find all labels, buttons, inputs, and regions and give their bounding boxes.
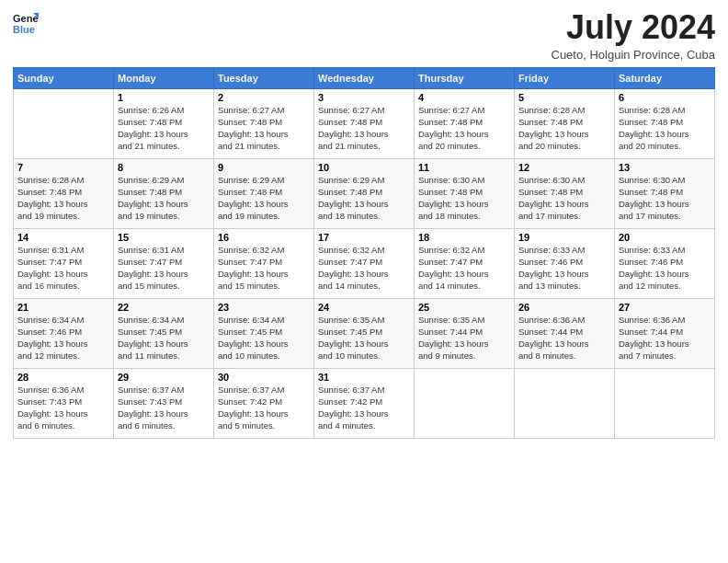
- day-number: 15: [118, 232, 210, 243]
- day-info: Sunrise: 6:37 AM Sunset: 7:43 PM Dayligh…: [118, 384, 210, 432]
- table-row: [515, 368, 615, 438]
- day-number: 19: [518, 232, 610, 243]
- svg-text:Blue: Blue: [13, 24, 35, 35]
- col-wednesday: Wednesday: [314, 67, 415, 88]
- table-row: [415, 368, 515, 438]
- day-info: Sunrise: 6:28 AM Sunset: 7:48 PM Dayligh…: [17, 174, 109, 223]
- day-info: Sunrise: 6:27 AM Sunset: 7:48 PM Dayligh…: [318, 104, 410, 153]
- table-row: 13Sunrise: 6:30 AM Sunset: 7:48 PM Dayli…: [615, 158, 715, 228]
- day-number: 23: [218, 302, 310, 313]
- day-number: 30: [218, 372, 310, 383]
- col-tuesday: Tuesday: [214, 67, 314, 88]
- table-row: 5Sunrise: 6:28 AM Sunset: 7:48 PM Daylig…: [515, 88, 615, 158]
- table-row: 1Sunrise: 6:26 AM Sunset: 7:48 PM Daylig…: [114, 88, 214, 158]
- day-info: Sunrise: 6:35 AM Sunset: 7:44 PM Dayligh…: [418, 314, 510, 362]
- day-number: 4: [418, 92, 510, 103]
- day-number: 7: [17, 162, 109, 173]
- day-number: 21: [17, 302, 109, 313]
- day-number: 13: [619, 162, 711, 173]
- table-row: 24Sunrise: 6:35 AM Sunset: 7:45 PM Dayli…: [314, 298, 415, 368]
- day-info: Sunrise: 6:34 AM Sunset: 7:45 PM Dayligh…: [218, 314, 310, 362]
- col-sunday: Sunday: [14, 67, 114, 88]
- title-block: July 2024 Cueto, Holguin Province, Cuba: [552, 9, 716, 62]
- table-row: 18Sunrise: 6:32 AM Sunset: 7:47 PM Dayli…: [415, 228, 515, 298]
- day-info: Sunrise: 6:37 AM Sunset: 7:42 PM Dayligh…: [218, 384, 310, 432]
- logo: General Blue: [13, 9, 39, 35]
- day-info: Sunrise: 6:33 AM Sunset: 7:46 PM Dayligh…: [518, 244, 610, 293]
- table-row: 4Sunrise: 6:27 AM Sunset: 7:48 PM Daylig…: [415, 88, 515, 158]
- week-row-3: 14Sunrise: 6:31 AM Sunset: 7:47 PM Dayli…: [14, 228, 715, 298]
- table-row: 6Sunrise: 6:28 AM Sunset: 7:48 PM Daylig…: [615, 88, 715, 158]
- day-number: 22: [118, 302, 210, 313]
- day-number: 16: [218, 232, 310, 243]
- day-info: Sunrise: 6:35 AM Sunset: 7:45 PM Dayligh…: [318, 314, 410, 362]
- week-row-2: 7Sunrise: 6:28 AM Sunset: 7:48 PM Daylig…: [14, 158, 715, 228]
- table-row: 26Sunrise: 6:36 AM Sunset: 7:44 PM Dayli…: [515, 298, 615, 368]
- table-row: 9Sunrise: 6:29 AM Sunset: 7:48 PM Daylig…: [214, 158, 314, 228]
- table-row: 19Sunrise: 6:33 AM Sunset: 7:46 PM Dayli…: [515, 228, 615, 298]
- table-row: 15Sunrise: 6:31 AM Sunset: 7:47 PM Dayli…: [114, 228, 214, 298]
- svg-text:General: General: [13, 13, 39, 24]
- day-info: Sunrise: 6:32 AM Sunset: 7:47 PM Dayligh…: [318, 244, 410, 293]
- day-number: 29: [118, 372, 210, 383]
- table-row: 22Sunrise: 6:34 AM Sunset: 7:45 PM Dayli…: [114, 298, 214, 368]
- table-row: 31Sunrise: 6:37 AM Sunset: 7:42 PM Dayli…: [314, 368, 415, 438]
- subtitle: Cueto, Holguin Province, Cuba: [552, 48, 716, 62]
- day-number: 1: [118, 92, 210, 103]
- day-info: Sunrise: 6:36 AM Sunset: 7:44 PM Dayligh…: [518, 314, 610, 362]
- day-number: 6: [619, 92, 711, 103]
- day-info: Sunrise: 6:30 AM Sunset: 7:48 PM Dayligh…: [518, 174, 610, 223]
- table-row: 7Sunrise: 6:28 AM Sunset: 7:48 PM Daylig…: [14, 158, 114, 228]
- day-number: 27: [619, 302, 711, 313]
- col-friday: Friday: [515, 67, 615, 88]
- day-number: 5: [518, 92, 610, 103]
- table-row: 21Sunrise: 6:34 AM Sunset: 7:46 PM Dayli…: [14, 298, 114, 368]
- day-info: Sunrise: 6:26 AM Sunset: 7:48 PM Dayligh…: [118, 104, 210, 153]
- day-number: 25: [418, 302, 510, 313]
- day-info: Sunrise: 6:27 AM Sunset: 7:48 PM Dayligh…: [418, 104, 510, 153]
- table-row: 8Sunrise: 6:29 AM Sunset: 7:48 PM Daylig…: [114, 158, 214, 228]
- week-row-1: 1Sunrise: 6:26 AM Sunset: 7:48 PM Daylig…: [14, 88, 715, 158]
- day-number: 31: [318, 372, 410, 383]
- day-number: 18: [418, 232, 510, 243]
- day-number: 17: [318, 232, 410, 243]
- table-row: 17Sunrise: 6:32 AM Sunset: 7:47 PM Dayli…: [314, 228, 415, 298]
- table-row: 20Sunrise: 6:33 AM Sunset: 7:46 PM Dayli…: [615, 228, 715, 298]
- day-info: Sunrise: 6:29 AM Sunset: 7:48 PM Dayligh…: [318, 174, 410, 223]
- day-info: Sunrise: 6:37 AM Sunset: 7:42 PM Dayligh…: [318, 384, 410, 432]
- day-info: Sunrise: 6:31 AM Sunset: 7:47 PM Dayligh…: [17, 244, 109, 293]
- table-row: 28Sunrise: 6:36 AM Sunset: 7:43 PM Dayli…: [14, 368, 114, 438]
- table-row: 11Sunrise: 6:30 AM Sunset: 7:48 PM Dayli…: [415, 158, 515, 228]
- week-row-4: 21Sunrise: 6:34 AM Sunset: 7:46 PM Dayli…: [14, 298, 715, 368]
- day-info: Sunrise: 6:36 AM Sunset: 7:44 PM Dayligh…: [619, 314, 711, 362]
- day-number: 12: [518, 162, 610, 173]
- table-row: [615, 368, 715, 438]
- table-row: 30Sunrise: 6:37 AM Sunset: 7:42 PM Dayli…: [214, 368, 314, 438]
- day-number: 11: [418, 162, 510, 173]
- table-row: 23Sunrise: 6:34 AM Sunset: 7:45 PM Dayli…: [214, 298, 314, 368]
- col-monday: Monday: [114, 67, 214, 88]
- day-info: Sunrise: 6:34 AM Sunset: 7:46 PM Dayligh…: [17, 314, 109, 362]
- day-info: Sunrise: 6:31 AM Sunset: 7:47 PM Dayligh…: [118, 244, 210, 293]
- day-number: 9: [218, 162, 310, 173]
- col-saturday: Saturday: [615, 67, 715, 88]
- table-row: 12Sunrise: 6:30 AM Sunset: 7:48 PM Dayli…: [515, 158, 615, 228]
- week-row-5: 28Sunrise: 6:36 AM Sunset: 7:43 PM Dayli…: [14, 368, 715, 438]
- day-info: Sunrise: 6:29 AM Sunset: 7:48 PM Dayligh…: [118, 174, 210, 223]
- day-info: Sunrise: 6:36 AM Sunset: 7:43 PM Dayligh…: [17, 384, 109, 432]
- table-row: 3Sunrise: 6:27 AM Sunset: 7:48 PM Daylig…: [314, 88, 415, 158]
- day-info: Sunrise: 6:28 AM Sunset: 7:48 PM Dayligh…: [619, 104, 711, 153]
- day-info: Sunrise: 6:32 AM Sunset: 7:47 PM Dayligh…: [218, 244, 310, 293]
- day-number: 8: [118, 162, 210, 173]
- day-info: Sunrise: 6:30 AM Sunset: 7:48 PM Dayligh…: [619, 174, 711, 223]
- day-number: 2: [218, 92, 310, 103]
- day-number: 10: [318, 162, 410, 173]
- day-info: Sunrise: 6:27 AM Sunset: 7:48 PM Dayligh…: [218, 104, 310, 153]
- table-row: 14Sunrise: 6:31 AM Sunset: 7:47 PM Dayli…: [14, 228, 114, 298]
- day-info: Sunrise: 6:34 AM Sunset: 7:45 PM Dayligh…: [118, 314, 210, 362]
- main-title: July 2024: [552, 9, 716, 46]
- table-row: 29Sunrise: 6:37 AM Sunset: 7:43 PM Dayli…: [114, 368, 214, 438]
- table-row: [14, 88, 114, 158]
- day-info: Sunrise: 6:33 AM Sunset: 7:46 PM Dayligh…: [619, 244, 711, 293]
- table-row: 27Sunrise: 6:36 AM Sunset: 7:44 PM Dayli…: [615, 298, 715, 368]
